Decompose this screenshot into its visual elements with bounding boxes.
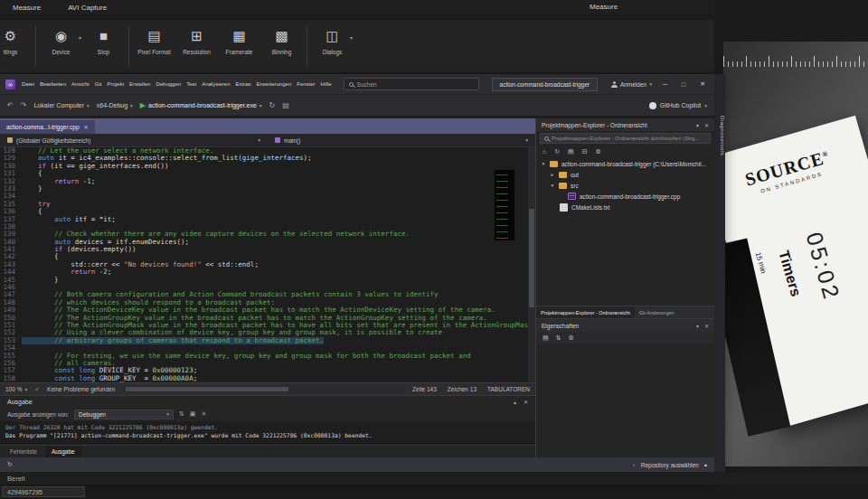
code-line[interactable]: 153 // arbitrary groups of cameras that … <box>0 337 535 344</box>
code-line[interactable]: 133 } <box>0 185 535 193</box>
menu-ansicht[interactable]: Ansicht <box>69 81 92 87</box>
tab-ausgabe[interactable]: Ausgabe <box>45 446 81 457</box>
code-line[interactable]: 141 if (devices.empty()) <box>0 246 535 253</box>
menu-debuggen[interactable]: Debuggen <box>153 81 184 87</box>
tabs-indicator[interactable]: TABULATOREN <box>487 386 530 392</box>
char-indicator[interactable]: Zeichen 13 <box>448 386 476 392</box>
close-button[interactable]: ✕ <box>696 80 709 88</box>
toolbar-button-framerate[interactable]: ▦Framerate <box>218 26 260 55</box>
menu-bearbeiten[interactable]: Bearbeiten <box>37 81 69 87</box>
vs-search-box[interactable]: Suchen <box>344 78 479 90</box>
menu-erweiterungen[interactable]: Erweiterungen <box>254 81 295 87</box>
close-icon[interactable]: ✕ <box>201 410 206 418</box>
chevron-up-icon[interactable]: ▴ <box>514 399 516 405</box>
minimize-button[interactable]: ─ <box>659 81 671 88</box>
chevron-down-icon[interactable]: ▾ <box>696 122 699 128</box>
tree-expander-icon[interactable]: ▾ <box>541 161 546 166</box>
github-copilot-button[interactable]: GitHub Copilot ▾ <box>649 102 707 109</box>
problems-status[interactable]: Keine Probleme gefunden <box>47 386 115 392</box>
close-panel-icon[interactable]: ✕ <box>524 399 528 405</box>
tab-git-aenderungen[interactable]: Git-Änderungen <box>635 306 679 318</box>
grid-icon[interactable]: ▤ <box>282 101 289 109</box>
sync-icon[interactable]: ⇅ <box>179 410 184 418</box>
code-line[interactable]: 135 try <box>0 201 535 208</box>
code-line[interactable]: 158 const long GROUP_KEY = 0x00000A0A; <box>0 375 535 382</box>
close-tab-icon[interactable]: ✕ <box>84 124 89 130</box>
toolbar-button-resolution[interactable]: ⊞Resolution <box>175 26 218 55</box>
code-line[interactable]: 130 if (it == gige_interfaces.end()) <box>0 163 535 170</box>
sign-in-button[interactable]: Anmelden ▾ <box>611 81 652 88</box>
menu-erstellen[interactable]: Erstellen <box>127 81 153 87</box>
gear-icon[interactable]: ⚙ <box>569 334 574 342</box>
grid-icon[interactable]: ▤ <box>568 148 574 155</box>
vs-titlebar[interactable]: ∞ DateiBearbeitenAnsichtGitProjektErstel… <box>0 74 714 94</box>
configuration-dropdown[interactable]: x64-Debug ▾ <box>97 102 133 108</box>
tree-expander-icon[interactable]: ▸ <box>550 172 555 177</box>
repository-selector[interactable]: ↑ Repository auswählen ▴ <box>633 461 707 468</box>
menu-projekt[interactable]: Projekt <box>104 81 127 87</box>
output-panel-header[interactable]: Ausgabe ▴ ✕ <box>0 395 535 407</box>
menu-analysieren[interactable]: Analysieren <box>199 81 232 87</box>
code-line[interactable]: 137 auto itf = *it; <box>0 216 535 223</box>
clear-output-icon[interactable]: ▣ <box>190 410 196 418</box>
refresh-icon[interactable]: ↻ <box>269 101 276 109</box>
maximize-button[interactable]: □ <box>678 81 689 88</box>
chevron-down-icon[interactable]: ▾ <box>696 323 699 329</box>
menu-measure[interactable]: Measure <box>13 4 41 12</box>
tree-item[interactable]: ▾action-command-broadcast-trigger (C:\Us… <box>536 158 714 169</box>
menu-datei[interactable]: Datei <box>19 81 37 87</box>
menu-extras[interactable]: Extras <box>233 81 254 87</box>
output-source-dropdown[interactable]: Debuggen ▾ <box>74 410 174 419</box>
refresh-icon[interactable]: ↻ <box>7 461 12 468</box>
tab-fehlerliste[interactable]: Fehlerliste <box>4 446 43 457</box>
menu-fenster[interactable]: Fenster <box>294 81 317 87</box>
member-dropdown[interactable]: main() ▾ <box>268 134 535 146</box>
tree-item[interactable]: CMakeLists.txt <box>536 202 714 212</box>
toolbar-button-dialogs[interactable]: ◫Dialogs▾ <box>311 26 354 55</box>
tree-expander-icon[interactable]: ▾ <box>550 183 555 188</box>
toolbar-button-stop[interactable]: ■Stop <box>82 26 125 55</box>
toolbar-button-device[interactable]: ◉Device▾ <box>40 26 82 55</box>
scrollbar-thumb[interactable] <box>529 209 534 307</box>
redo-icon[interactable]: ↷ <box>21 101 27 109</box>
collapse-all-icon[interactable]: ⊟ <box>582 148 588 155</box>
menu-test[interactable]: Test <box>184 81 199 87</box>
solution-name-box[interactable]: action-command-broadcast-trigger <box>492 78 598 91</box>
output-lines[interactable]: Der Thread 26328 hat mit Code 3221225786… <box>0 421 535 445</box>
tree-item[interactable]: ++action-command-broadcast-trigger.cpp <box>536 191 714 202</box>
run-button[interactable]: ▶ action-command-broadcast-trigger.exe ▾ <box>140 101 262 109</box>
toolbar-button-settings[interactable]: ⚙ttings <box>0 26 32 55</box>
sort-icon[interactable]: ⇅ <box>556 334 561 342</box>
close-panel-icon[interactable]: ✕ <box>704 323 709 329</box>
tree-item[interactable]: ▸out <box>536 169 714 180</box>
code-editor[interactable]: 128 // Let the user select a network int… <box>0 147 535 382</box>
menu-measure-right[interactable]: Measure <box>590 3 618 11</box>
solution-explorer-title[interactable]: Projektmappen-Explorer - Ordneransicht ▾… <box>536 118 714 131</box>
editor-vertical-scrollbar[interactable] <box>528 147 535 382</box>
tab-projektmappen-explorer[interactable]: Projektmappen-Explorer - Ordneransicht <box>536 306 635 318</box>
tree-item[interactable]: ▾src <box>536 180 714 191</box>
tab-diagnosetools[interactable]: Diagnosetools <box>715 116 725 179</box>
toolbar-button-binning[interactable]: ▩Binning <box>260 26 303 55</box>
line-indicator[interactable]: Zeile 143 <box>412 386 437 392</box>
zoom-dropdown[interactable]: 100 % ▾ <box>5 386 27 392</box>
menu-hilfe[interactable]: Hilfe <box>318 81 335 87</box>
scope-dropdown[interactable]: (Globaler Gültigkeitsbereich) ▾ <box>0 134 268 146</box>
menu-git[interactable]: Git <box>92 81 105 87</box>
code-line[interactable]: 132 return -1; <box>0 178 535 185</box>
home-icon[interactable]: ⌂ <box>542 148 546 155</box>
solution-explorer-search[interactable]: Projektmappen-Explorer - Ordneransicht d… <box>540 133 711 144</box>
code-line[interactable]: 145 } <box>0 277 535 284</box>
code-line[interactable]: 144 return -2; <box>0 268 535 276</box>
undo-icon[interactable]: ↶ <box>7 101 14 109</box>
refresh-icon[interactable]: ↻ <box>554 148 560 155</box>
target-dropdown[interactable]: Lokaler Computer ▾ <box>33 102 89 108</box>
document-tab[interactable]: action-comma...t-trigger.cpp ✕ <box>0 120 95 134</box>
scrollbar-thumb[interactable] <box>126 387 288 391</box>
menu-avi-capture[interactable]: AVI Capture <box>68 4 107 12</box>
close-panel-icon[interactable]: ✕ <box>704 122 709 128</box>
editor-horizontal-scrollbar[interactable] <box>122 386 405 392</box>
grid-icon[interactable]: ▤ <box>542 334 549 342</box>
gear-icon[interactable]: ⚙ <box>596 148 601 155</box>
code-line[interactable]: 134 <box>0 193 535 200</box>
